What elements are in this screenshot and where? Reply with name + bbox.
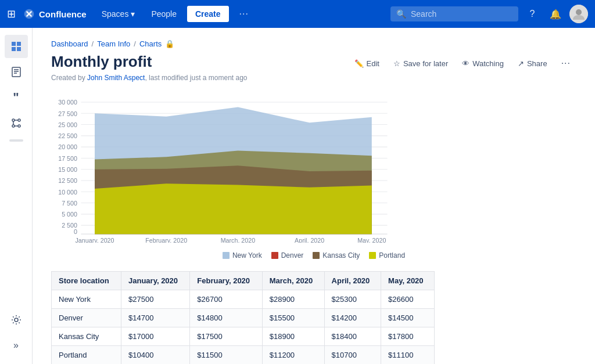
grid-icon[interactable]: ⊞ <box>7 8 16 20</box>
logo-text: Confluence <box>39 9 87 19</box>
cell-store-name: Denver <box>52 309 121 327</box>
svg-text:20 000: 20 000 <box>58 143 77 150</box>
sidebar-resize-handle[interactable] <box>9 139 23 142</box>
svg-text:February, 2020: February, 2020 <box>145 237 187 243</box>
more-actions-button[interactable]: ··· <box>555 55 576 71</box>
cell-store-name: New York <box>52 290 121 309</box>
cell-value: $11200 <box>262 346 324 364</box>
people-button[interactable]: People <box>145 6 182 22</box>
search-icon: 🔍 <box>396 9 406 19</box>
col-apr: April, 2020 <box>324 272 381 290</box>
col-store: Store location <box>52 272 121 290</box>
table-row: Portland$10400$11500$11200$10700$11100 <box>52 346 435 364</box>
svg-text:22 500: 22 500 <box>58 132 77 139</box>
sidebar-item-home[interactable] <box>5 35 28 58</box>
svg-text:May, 2020: May, 2020 <box>357 237 386 243</box>
svg-text:15 000: 15 000 <box>58 166 77 173</box>
breadcrumb-sep-2: / <box>134 39 136 48</box>
sidebar-item-expand[interactable]: » <box>5 334 28 357</box>
sidebar-item-pages[interactable] <box>5 60 28 84</box>
legend-dot-new-york <box>223 252 230 259</box>
spaces-button[interactable]: Spaces ▾ <box>96 6 141 22</box>
page-actions: ✏️ Edit ☆ Save for later 👁 Watching ↗ Sh… <box>349 55 577 71</box>
avatar[interactable] <box>569 5 588 23</box>
svg-text:12 500: 12 500 <box>58 177 77 184</box>
cell-value: $27500 <box>121 290 190 309</box>
legend-new-york: New York <box>223 251 262 260</box>
cell-value: $28900 <box>262 290 324 309</box>
svg-point-13 <box>15 318 18 322</box>
watching-button[interactable]: 👁 Watching <box>456 56 510 71</box>
svg-point-6 <box>12 119 15 121</box>
legend-kansas-city: Kansas City <box>313 251 360 260</box>
col-jan: January, 2020 <box>121 272 190 290</box>
cell-value: $14200 <box>324 309 381 327</box>
top-navigation: ⊞ Confluence Spaces ▾ People Create ··· … <box>0 0 595 28</box>
breadcrumb-team-info[interactable]: Team Info <box>97 39 130 48</box>
portland-area <box>95 183 372 234</box>
table-row: Kansas City$17000$17500$18900$18400$1780… <box>52 327 435 346</box>
share-icon: ↗ <box>518 59 524 68</box>
data-table: Store location January, 2020 February, 2… <box>51 271 435 364</box>
sidebar-item-branches[interactable] <box>5 111 28 135</box>
cell-value: $18400 <box>324 327 381 346</box>
star-icon: ☆ <box>393 59 400 68</box>
page-meta: Created by John Smith Aspect, last modif… <box>51 74 576 82</box>
save-for-later-button[interactable]: ☆ Save for later <box>388 56 454 71</box>
legend-denver: Denver <box>271 251 304 260</box>
notifications-button[interactable]: 🔔 <box>546 5 565 23</box>
help-button[interactable]: ? <box>523 5 542 23</box>
cell-value: $10700 <box>324 346 381 364</box>
edit-button[interactable]: ✏️ Edit <box>349 56 385 71</box>
legend-dot-kansas-city <box>313 252 320 259</box>
breadcrumb-lock-icon: 🔒 <box>165 39 174 48</box>
svg-text:March, 2020: March, 2020 <box>221 237 256 243</box>
svg-text:10 000: 10 000 <box>58 189 77 196</box>
svg-text:30 000: 30 000 <box>58 99 77 106</box>
cell-value: $17800 <box>381 327 435 346</box>
main-content: Dashboard / Team Info / Charts 🔒 Monthly… <box>33 28 595 364</box>
cell-value: $26600 <box>381 290 435 309</box>
breadcrumb-sep-1: / <box>92 39 94 48</box>
sidebar-bottom: » <box>5 308 28 357</box>
cell-value: $18900 <box>262 327 324 346</box>
cell-store-name: Kansas City <box>52 327 121 346</box>
breadcrumb-charts[interactable]: Charts <box>139 39 162 48</box>
col-may: May, 2020 <box>381 272 435 290</box>
cell-value: $15500 <box>262 309 324 327</box>
legend-portland: Portland <box>369 251 405 260</box>
sidebar-item-quote[interactable]: " <box>5 86 28 109</box>
sidebar-item-settings[interactable] <box>5 308 28 331</box>
svg-point-9 <box>18 125 20 127</box>
breadcrumb: Dashboard / Team Info / Charts 🔒 <box>51 39 576 48</box>
svg-text:January, 2020: January, 2020 <box>75 237 114 243</box>
author-link[interactable]: John Smith Aspect <box>87 74 145 82</box>
breadcrumb-dashboard[interactable]: Dashboard <box>51 39 88 48</box>
area-chart: 30 000 27 500 25 000 22 500 20 000 17 50… <box>51 93 400 243</box>
share-button[interactable]: ↗ Share <box>512 56 553 71</box>
cell-value: $10400 <box>121 346 190 364</box>
svg-point-7 <box>18 119 20 121</box>
table-row: New York$27500$26700$28900$25300$26600 <box>52 290 435 309</box>
svg-rect-2 <box>12 67 20 77</box>
cell-value: $25300 <box>324 290 381 309</box>
more-button[interactable]: ··· <box>234 5 255 23</box>
cell-value: $11500 <box>190 346 262 364</box>
logo[interactable]: Confluence <box>23 8 87 20</box>
eye-icon: 👁 <box>462 59 469 68</box>
svg-text:7 500: 7 500 <box>62 200 77 207</box>
cell-value: $14800 <box>190 309 262 327</box>
cell-value: $17500 <box>190 327 262 346</box>
chart-container: 30 000 27 500 25 000 22 500 20 000 17 50… <box>51 93 400 244</box>
col-mar: March, 2020 <box>262 272 324 290</box>
svg-point-1 <box>576 9 582 15</box>
page-header: Monthly profit ✏️ Edit ☆ Save for later … <box>51 53 576 71</box>
search-box[interactable]: 🔍 <box>390 6 518 21</box>
search-input[interactable] <box>411 9 504 19</box>
svg-text:17 500: 17 500 <box>58 155 77 162</box>
table-header-row: Store location January, 2020 February, 2… <box>52 272 435 290</box>
cell-value: $14700 <box>121 309 190 327</box>
create-button[interactable]: Create <box>187 6 229 22</box>
legend-dot-portland <box>369 252 376 259</box>
legend-dot-denver <box>271 252 278 259</box>
